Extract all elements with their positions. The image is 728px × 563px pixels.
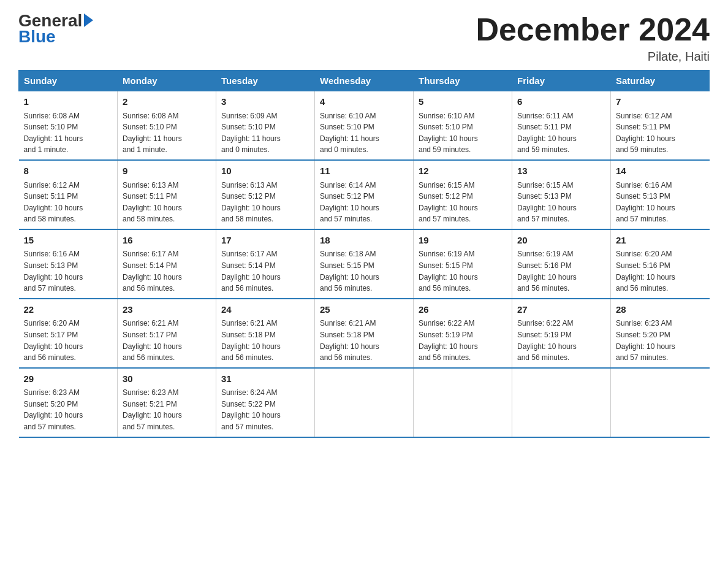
- day-info: Sunrise: 6:15 AMSunset: 5:13 PMDaylight:…: [517, 180, 605, 225]
- day-info: Sunrise: 6:23 AMSunset: 5:21 PMDaylight:…: [123, 387, 211, 432]
- logo: General Blue: [18, 12, 93, 45]
- day-cell: 9Sunrise: 6:13 AMSunset: 5:11 PMDaylight…: [118, 160, 216, 229]
- day-info: Sunrise: 6:08 AMSunset: 5:10 PMDaylight:…: [123, 110, 211, 156]
- header-saturday: Saturday: [611, 71, 710, 91]
- day-cell: [512, 368, 611, 437]
- day-number: 22: [24, 303, 113, 317]
- day-cell: [414, 368, 512, 437]
- day-cell: 27Sunrise: 6:22 AMSunset: 5:19 PMDayligh…: [512, 299, 611, 368]
- day-cell: 8Sunrise: 6:12 AMSunset: 5:11 PMDaylight…: [19, 160, 118, 229]
- day-number: 21: [616, 234, 705, 248]
- day-number: 29: [24, 372, 113, 386]
- day-info: Sunrise: 6:12 AMSunset: 5:11 PMDaylight:…: [24, 180, 113, 225]
- day-cell: 7Sunrise: 6:12 AMSunset: 5:11 PMDaylight…: [611, 91, 710, 160]
- day-info: Sunrise: 6:22 AMSunset: 5:19 PMDaylight:…: [419, 318, 507, 363]
- header-monday: Monday: [118, 71, 216, 91]
- header-sunday: Sunday: [19, 71, 118, 91]
- day-number: 23: [123, 303, 211, 317]
- day-info: Sunrise: 6:10 AMSunset: 5:10 PMDaylight:…: [419, 110, 507, 156]
- day-info: Sunrise: 6:18 AMSunset: 5:15 PMDaylight:…: [320, 248, 408, 294]
- day-info: Sunrise: 6:14 AMSunset: 5:12 PMDaylight:…: [320, 180, 408, 225]
- day-cell: 31Sunrise: 6:24 AMSunset: 5:22 PMDayligh…: [216, 368, 315, 437]
- day-info: Sunrise: 6:17 AMSunset: 5:14 PMDaylight:…: [221, 248, 309, 294]
- day-cell: 26Sunrise: 6:22 AMSunset: 5:19 PMDayligh…: [414, 299, 512, 368]
- day-cell: 18Sunrise: 6:18 AMSunset: 5:15 PMDayligh…: [315, 229, 414, 299]
- day-info: Sunrise: 6:21 AMSunset: 5:18 PMDaylight:…: [320, 318, 408, 363]
- month-title: December 2024: [476, 12, 710, 47]
- day-number: 13: [517, 164, 605, 178]
- week-row-5: 29Sunrise: 6:23 AMSunset: 5:20 PMDayligh…: [19, 368, 710, 437]
- day-number: 6: [517, 95, 605, 109]
- logo-blue: Blue: [18, 28, 56, 45]
- day-number: 31: [221, 372, 309, 386]
- day-number: 25: [320, 303, 408, 317]
- day-info: Sunrise: 6:11 AMSunset: 5:11 PMDaylight:…: [517, 110, 605, 156]
- day-number: 20: [517, 234, 605, 248]
- day-number: 12: [419, 164, 507, 178]
- day-info: Sunrise: 6:08 AMSunset: 5:10 PMDaylight:…: [24, 110, 113, 156]
- day-info: Sunrise: 6:23 AMSunset: 5:20 PMDaylight:…: [616, 318, 705, 363]
- day-info: Sunrise: 6:20 AMSunset: 5:16 PMDaylight:…: [616, 248, 705, 294]
- week-row-2: 8Sunrise: 6:12 AMSunset: 5:11 PMDaylight…: [19, 160, 710, 229]
- day-number: 2: [123, 95, 211, 109]
- week-row-1: 1Sunrise: 6:08 AMSunset: 5:10 PMDaylight…: [19, 91, 710, 160]
- day-number: 9: [123, 164, 211, 178]
- day-info: Sunrise: 6:19 AMSunset: 5:15 PMDaylight:…: [419, 248, 507, 294]
- day-number: 4: [320, 95, 408, 109]
- day-info: Sunrise: 6:21 AMSunset: 5:18 PMDaylight:…: [221, 318, 309, 363]
- day-cell: 1Sunrise: 6:08 AMSunset: 5:10 PMDaylight…: [19, 91, 118, 160]
- day-info: Sunrise: 6:13 AMSunset: 5:11 PMDaylight:…: [123, 180, 211, 225]
- day-info: Sunrise: 6:22 AMSunset: 5:19 PMDaylight:…: [517, 318, 605, 363]
- day-cell: 30Sunrise: 6:23 AMSunset: 5:21 PMDayligh…: [118, 368, 216, 437]
- day-cell: 4Sunrise: 6:10 AMSunset: 5:10 PMDaylight…: [315, 91, 414, 160]
- day-cell: 25Sunrise: 6:21 AMSunset: 5:18 PMDayligh…: [315, 299, 414, 368]
- day-cell: 15Sunrise: 6:16 AMSunset: 5:13 PMDayligh…: [19, 229, 118, 299]
- day-info: Sunrise: 6:19 AMSunset: 5:16 PMDaylight:…: [517, 248, 605, 294]
- day-info: Sunrise: 6:23 AMSunset: 5:20 PMDaylight:…: [24, 387, 113, 432]
- day-number: 18: [320, 234, 408, 248]
- day-cell: 17Sunrise: 6:17 AMSunset: 5:14 PMDayligh…: [216, 229, 315, 299]
- day-number: 7: [616, 95, 705, 109]
- day-info: Sunrise: 6:09 AMSunset: 5:10 PMDaylight:…: [221, 110, 309, 156]
- week-row-4: 22Sunrise: 6:20 AMSunset: 5:17 PMDayligh…: [19, 299, 710, 368]
- day-number: 28: [616, 303, 705, 317]
- day-info: Sunrise: 6:16 AMSunset: 5:13 PMDaylight:…: [616, 180, 705, 225]
- day-info: Sunrise: 6:12 AMSunset: 5:11 PMDaylight:…: [616, 110, 705, 156]
- header-friday: Friday: [512, 71, 611, 91]
- day-info: Sunrise: 6:15 AMSunset: 5:12 PMDaylight:…: [419, 180, 507, 225]
- day-number: 15: [24, 234, 113, 248]
- day-number: 11: [320, 164, 408, 178]
- day-info: Sunrise: 6:13 AMSunset: 5:12 PMDaylight:…: [221, 180, 309, 225]
- day-cell: 14Sunrise: 6:16 AMSunset: 5:13 PMDayligh…: [611, 160, 710, 229]
- header-tuesday: Tuesday: [216, 71, 315, 91]
- day-number: 14: [616, 164, 705, 178]
- day-cell: 28Sunrise: 6:23 AMSunset: 5:20 PMDayligh…: [611, 299, 710, 368]
- day-number: 24: [221, 303, 309, 317]
- day-number: 19: [419, 234, 507, 248]
- day-cell: 19Sunrise: 6:19 AMSunset: 5:15 PMDayligh…: [414, 229, 512, 299]
- day-number: 1: [24, 95, 113, 109]
- day-info: Sunrise: 6:10 AMSunset: 5:10 PMDaylight:…: [320, 110, 408, 156]
- title-area: December 2024 Pilate, Haiti: [476, 12, 710, 64]
- day-cell: 23Sunrise: 6:21 AMSunset: 5:17 PMDayligh…: [118, 299, 216, 368]
- day-cell: 21Sunrise: 6:20 AMSunset: 5:16 PMDayligh…: [611, 229, 710, 299]
- day-info: Sunrise: 6:16 AMSunset: 5:13 PMDaylight:…: [24, 248, 113, 294]
- day-cell: 2Sunrise: 6:08 AMSunset: 5:10 PMDaylight…: [118, 91, 216, 160]
- day-cell: 20Sunrise: 6:19 AMSunset: 5:16 PMDayligh…: [512, 229, 611, 299]
- day-cell: 22Sunrise: 6:20 AMSunset: 5:17 PMDayligh…: [19, 299, 118, 368]
- day-cell: 5Sunrise: 6:10 AMSunset: 5:10 PMDaylight…: [414, 91, 512, 160]
- day-cell: 12Sunrise: 6:15 AMSunset: 5:12 PMDayligh…: [414, 160, 512, 229]
- day-cell: 11Sunrise: 6:14 AMSunset: 5:12 PMDayligh…: [315, 160, 414, 229]
- day-info: Sunrise: 6:17 AMSunset: 5:14 PMDaylight:…: [123, 248, 211, 294]
- day-info: Sunrise: 6:21 AMSunset: 5:17 PMDaylight:…: [123, 318, 211, 363]
- day-cell: 29Sunrise: 6:23 AMSunset: 5:20 PMDayligh…: [19, 368, 118, 437]
- day-number: 16: [123, 234, 211, 248]
- day-info: Sunrise: 6:24 AMSunset: 5:22 PMDaylight:…: [221, 387, 309, 432]
- day-number: 17: [221, 234, 309, 248]
- day-cell: 3Sunrise: 6:09 AMSunset: 5:10 PMDaylight…: [216, 91, 315, 160]
- header-thursday: Thursday: [414, 71, 512, 91]
- day-cell: [315, 368, 414, 437]
- day-cell: 10Sunrise: 6:13 AMSunset: 5:12 PMDayligh…: [216, 160, 315, 229]
- day-number: 10: [221, 164, 309, 178]
- day-info: Sunrise: 6:20 AMSunset: 5:17 PMDaylight:…: [24, 318, 113, 363]
